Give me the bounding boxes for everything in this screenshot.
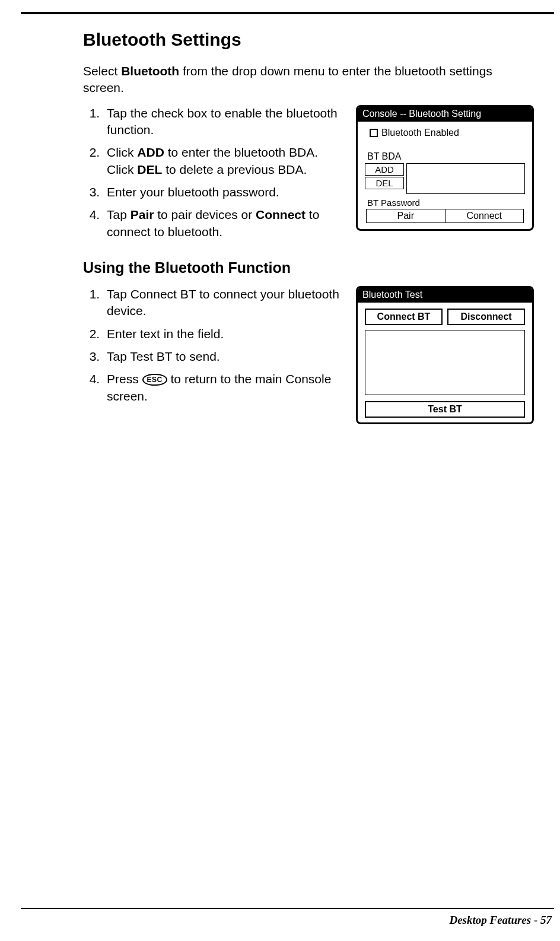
panel1-body: Bluetooth Enabled BT BDA ADD DEL BT Pass… (358, 122, 532, 229)
intro-paragraph: Select Bluetooth from the drop down menu… (83, 63, 498, 97)
step-1-1: Tap the check box to enable the blue­too… (103, 105, 345, 139)
s2-post: to delete a previous BDA. (162, 163, 307, 176)
connect-button[interactable]: Connect (446, 209, 524, 222)
step-1-2: Click ADD to enter the bluetooth BDA. Cl… (103, 144, 345, 178)
step-2-3: Tap Test BT to send. (103, 348, 345, 365)
panel-2-col: Bluetooth Test Connect BT Disconnect Tes… (356, 286, 534, 424)
bt-enabled-label: Bluetooth Enabled (381, 128, 459, 138)
s2-b2: DEL (137, 163, 162, 176)
bt-password-label: BT Password (367, 198, 525, 208)
step-1-4: Tap Pair to pair devices or Connect to c… (103, 206, 345, 240)
s4-pre: Tap (107, 208, 131, 221)
page: Bluetooth Settings Select Bluetooth from… (0, 0, 560, 941)
del-button[interactable]: DEL (365, 177, 404, 189)
panel-1-col: Console -- Bluetooth Setting Bluetooth E… (356, 105, 534, 236)
bt-test-button-row: Connect BT Disconnect (365, 309, 525, 325)
step-1-3: Enter your bluetooth password. (103, 184, 345, 201)
bt-enabled-row: Bluetooth Enabled (370, 128, 525, 138)
bt-bda-row: ADD DEL (365, 163, 525, 194)
bt-enabled-checkbox[interactable] (370, 129, 378, 137)
steps-list-2: Tap Connect BT to connect your blue­toot… (83, 286, 345, 405)
pair-button[interactable]: Pair (367, 209, 446, 222)
step-2-4: Press ESC to return to the main Console … (103, 371, 345, 405)
footer-text: Desktop Features - 57 (449, 914, 552, 927)
test-bt-button[interactable]: Test BT (365, 401, 525, 418)
step-2-2: Enter text in the field. (103, 326, 345, 342)
panel2-titlebar: Bluetooth Test (358, 288, 532, 303)
s4-mid: to pair devices or (154, 208, 256, 221)
bda-list-box[interactable] (406, 163, 525, 194)
sub-heading: Using the Bluetooth Function (83, 259, 534, 276)
intro-bold: Bluetooth (121, 64, 179, 78)
bt-bda-label: BT BDA (367, 151, 525, 162)
top-rule (21, 12, 554, 14)
s4-b1: Pair (131, 208, 154, 221)
s2-pre: Click (107, 145, 137, 159)
section-2: Tap Connect BT to connect your blue­toot… (83, 286, 534, 424)
bottom-rule (21, 908, 554, 909)
page-title: Bluetooth Settings (83, 30, 534, 50)
s24-pre: Press (107, 372, 142, 386)
steps-list-1: Tap the check box to enable the blue­too… (83, 105, 345, 240)
bluetooth-test-panel: Bluetooth Test Connect BT Disconnect Tes… (356, 286, 534, 424)
add-button[interactable]: ADD (365, 163, 404, 176)
s4-b2: Connect (256, 208, 306, 221)
bda-button-stack: ADD DEL (365, 163, 404, 189)
content-area: Bluetooth Settings Select Bluetooth from… (83, 30, 534, 430)
bt-test-textarea[interactable] (365, 330, 525, 395)
step-2-1: Tap Connect BT to connect your blue­toot… (103, 286, 345, 320)
s2-b1: ADD (137, 145, 164, 159)
intro-text-pre: Select (83, 64, 121, 78)
steps-2-col: Tap Connect BT to connect your blue­toot… (83, 286, 345, 411)
panel2-body: Connect BT Disconnect Test BT (358, 303, 532, 422)
steps-1-col: Tap the check box to enable the blue­too… (83, 105, 345, 246)
pair-connect-row: Pair Connect (366, 209, 524, 223)
esc-key-icon: ESC (142, 374, 167, 386)
panel1-titlebar: Console -- Bluetooth Setting (358, 107, 532, 122)
disconnect-button[interactable]: Disconnect (447, 309, 525, 325)
section-1: Tap the check box to enable the blue­too… (83, 105, 534, 246)
bluetooth-setting-panel: Console -- Bluetooth Setting Bluetooth E… (356, 105, 534, 231)
connect-bt-button[interactable]: Connect BT (365, 309, 443, 325)
